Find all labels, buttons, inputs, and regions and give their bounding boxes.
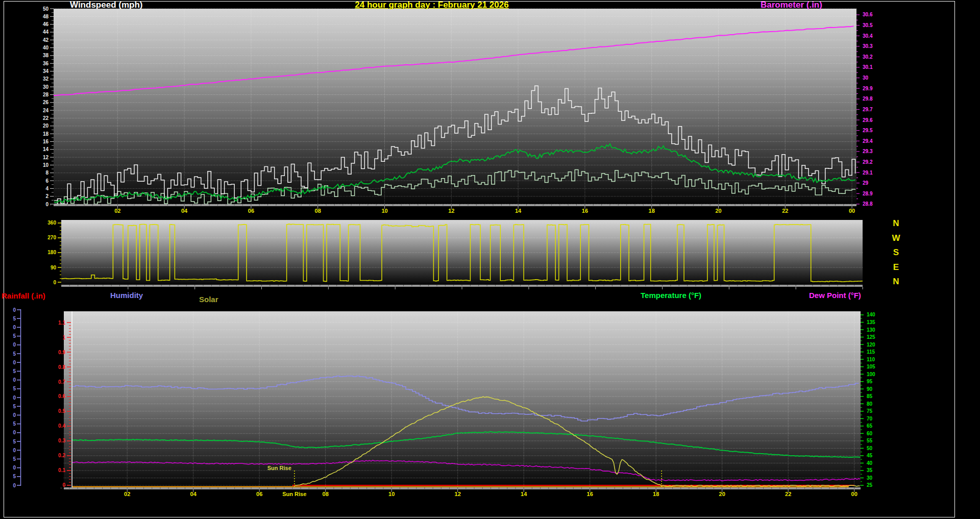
humidity-tick-label: 0: [13, 395, 16, 401]
windspeed-tick-label: 28: [43, 92, 49, 97]
windspeed-tick-label: 24: [43, 108, 49, 113]
hour-tick-label: 20: [719, 491, 725, 497]
barometer-tick-label: 30.4: [863, 33, 873, 39]
humidity-tick-label: 0: [13, 360, 16, 365]
humidity-tick-label: 5: [13, 386, 16, 391]
barometer-tick-label: 29.2: [863, 159, 873, 165]
windspeed-tick-label: 46: [43, 21, 49, 27]
page-title: 24 hour graph day : February 21 2026: [355, 0, 508, 10]
temperature-tick-label: 40: [867, 460, 873, 466]
temperature-tick-label: 135: [867, 319, 875, 325]
temperature-tick-label: 65: [867, 423, 873, 429]
hour-tick-label: 00: [851, 491, 857, 497]
windspeed-tick-label: 26: [43, 100, 49, 105]
humidity-tick-label: 5: [13, 421, 16, 427]
hour-tick-label: 02: [124, 491, 130, 497]
humidity-tick-label: 0: [13, 448, 16, 453]
windspeed-tick-label: 16: [43, 139, 49, 144]
temperature-tick-label: 110: [867, 357, 875, 362]
humidity-axis-title: Humidity: [110, 291, 143, 300]
humidity-tick-label: 0: [13, 483, 16, 488]
barometer-tick-label: 29.1: [863, 170, 873, 176]
wind-direction-tick-label: 0: [53, 280, 56, 285]
temperature-tick-label: 50: [867, 446, 873, 451]
humidity-tick-label: 5: [13, 316, 16, 322]
windspeed-tick-label: 50: [43, 6, 49, 12]
rainfall-tick-label: 1: [62, 335, 65, 340]
hour-tick-label: 18: [653, 491, 659, 497]
sun-rise-axis-label: Sun Rise: [282, 491, 306, 497]
hour-tick-label: 14: [515, 208, 522, 214]
hour-tick-label: 10: [381, 208, 387, 214]
windspeed-tick-label: 42: [43, 37, 49, 43]
windspeed-tick-label: 6: [45, 178, 48, 184]
windspeed-tick-label: 34: [43, 68, 49, 74]
windspeed-tick-label: 32: [43, 76, 49, 82]
hour-tick-label: 12: [448, 208, 454, 214]
compass-letter: S: [893, 248, 899, 257]
barometer-tick-label: 29.5: [863, 128, 873, 133]
rainfall-tick-label: 0.8: [58, 364, 65, 370]
hour-tick-label: 06: [256, 491, 262, 497]
compass-letter: E: [893, 262, 899, 272]
humidity-tick-label: 0: [13, 325, 16, 330]
temperature-tick-label: 100: [867, 372, 875, 377]
temperature-tick-label: 105: [867, 364, 875, 369]
barometer-tick-label: 30.2: [863, 54, 873, 60]
humidity-tick-label: 5: [13, 368, 16, 374]
dew-point-axis-title: Dew Point (°F): [809, 291, 861, 300]
rainfall-tick-label: 0.5: [58, 408, 65, 414]
barometer-tick-label: 30.1: [863, 64, 873, 70]
compass-letter: N: [893, 277, 899, 286]
wind-direction-tick-label: 90: [51, 265, 57, 270]
plot-area-0: [54, 9, 856, 204]
barometer-tick-label: 29: [863, 180, 869, 186]
temperature-tick-label: 90: [867, 386, 873, 392]
temperature-tick-label: 25: [867, 482, 873, 488]
humidity-tick-label: 0: [13, 430, 16, 435]
hour-tick-label: 16: [587, 491, 593, 497]
hour-tick-label: 10: [388, 491, 395, 497]
hour-tick-label: 22: [782, 208, 788, 214]
rainfall-tick-label: 1.1: [58, 320, 65, 326]
wind-direction-tick-label: 270: [47, 235, 56, 240]
humidity-tick-label: 5: [13, 404, 16, 409]
rainfall-tick-label: 0.6: [58, 393, 65, 399]
barometer-tick-label: 30.5: [863, 22, 873, 28]
windspeed-tick-label: 0: [45, 202, 48, 207]
humidity-tick-label: 0: [13, 412, 16, 418]
barometer-tick-label: 30.6: [863, 12, 873, 17]
temperature-tick-label: 120: [867, 342, 875, 348]
plot-area-1: [61, 220, 863, 285]
temperature-tick-label: 115: [867, 349, 875, 355]
windspeed-tick-label: 44: [43, 29, 49, 35]
temperature-tick-label: 85: [867, 393, 873, 399]
rainfall-tick-label: 0.7: [58, 379, 65, 385]
barometer-tick-label: 28.8: [863, 201, 873, 207]
hour-tick-label: 02: [114, 208, 120, 214]
compass-letter: W: [892, 233, 900, 243]
barometer-tick-label: 29.9: [863, 86, 873, 91]
charts-canvas: 5048464442403836343230282624222018161412…: [0, 0, 980, 519]
windspeed-tick-label: 2: [45, 193, 48, 199]
sun-rise-plot-label: Sun Rise: [267, 465, 291, 471]
windspeed-tick-label: 30: [43, 84, 49, 90]
humidity-tick-label: 0: [13, 377, 16, 383]
humidity-tick-label: 5: [13, 439, 16, 444]
humidity-tick-label: 0: [13, 307, 16, 313]
rainfall-axis-title: Rainfall (.in): [2, 291, 45, 300]
windspeed-tick-label: 48: [43, 14, 49, 19]
humidity-tick-label: 0: [13, 465, 16, 471]
hour-tick-label: 12: [455, 491, 461, 497]
barometer-tick-label: 29.3: [863, 149, 873, 154]
windspeed-tick-label: 8: [45, 170, 48, 176]
rainfall-tick-label: 0: [62, 482, 65, 488]
windspeed-tick-label: 14: [43, 146, 49, 152]
windspeed-tick-label: 22: [43, 115, 49, 121]
rainfall-tick-label: 0.3: [58, 438, 65, 443]
temperature-tick-label: 125: [867, 334, 875, 340]
hour-tick-label: 18: [649, 208, 655, 214]
barometer-axis-title: Barometer (.in): [761, 0, 822, 10]
temperature-tick-label: 55: [867, 438, 873, 443]
temperature-tick-label: 80: [867, 401, 873, 407]
